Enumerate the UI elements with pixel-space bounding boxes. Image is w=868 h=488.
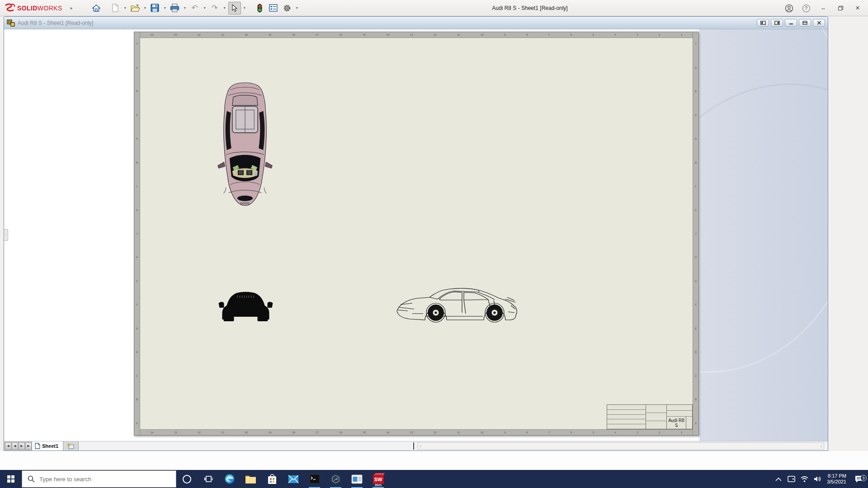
document-close-button[interactable]	[813, 19, 825, 27]
edge-button[interactable]	[219, 470, 240, 488]
document-minimize-button[interactable]	[785, 19, 797, 27]
chevron-up-icon	[775, 477, 782, 481]
file-properties-button[interactable]	[267, 2, 280, 14]
wifi-icon	[800, 476, 809, 483]
solidworks-taskbar-button[interactable]: SW 2021	[368, 470, 389, 488]
select-dropdown-icon[interactable]: ▾	[242, 6, 247, 10]
document-window-controls	[757, 19, 825, 27]
open-dropdown-icon[interactable]: ▾	[142, 6, 148, 10]
select-tool-button[interactable]	[228, 2, 241, 14]
zone-label: N	[136, 137, 138, 140]
window-title: Audi R8 S - Sheet1 [Read-only]	[462, 0, 598, 16]
notification-center-button[interactable]: 3	[850, 475, 868, 483]
tray-expand-button[interactable]	[772, 470, 785, 488]
graphics-viewport[interactable]: ○ 24232221201918171615141312111098765432…	[4, 29, 828, 441]
add-sheet-tab[interactable]	[63, 441, 79, 450]
redo-button[interactable]: ↷	[208, 2, 221, 14]
dock-left-button[interactable]	[757, 19, 769, 27]
zone-band-right: TSRPNMLKJHGFEDCBA	[693, 32, 698, 435]
file-explorer-button[interactable]	[240, 470, 261, 488]
new-dropdown-icon[interactable]: ▾	[123, 6, 128, 10]
zone-label: 23	[174, 431, 177, 434]
next-sheet-button[interactable]: ▶	[19, 442, 25, 450]
redo-dropdown-icon[interactable]: ▾	[222, 6, 227, 10]
zone-label: E	[695, 327, 697, 330]
cortana-button[interactable]	[176, 470, 198, 488]
mail-button[interactable]	[283, 470, 304, 488]
title-block: Audi R8 S	[607, 404, 693, 429]
drawing-view-top[interactable]	[217, 82, 274, 208]
zone-label: E	[136, 327, 138, 330]
zone-label: 8	[526, 33, 528, 36]
document-titlebar[interactable]: Audi R8 S - Sheet1 [Read-only]	[4, 17, 828, 29]
zone-label: 12	[434, 33, 437, 36]
tray-volume-button[interactable]	[811, 470, 824, 488]
file-properties-icon	[269, 4, 278, 12]
tab-sheet1[interactable]: Sheet1	[32, 441, 63, 450]
title-block-middle	[646, 405, 667, 429]
restore-button[interactable]	[834, 2, 847, 14]
taskbar-search[interactable]	[22, 470, 176, 488]
scroll-left-icon[interactable]: ‹	[420, 444, 421, 449]
horizontal-scrollbar[interactable]: ‹ ›	[417, 442, 824, 450]
dock-right-button[interactable]	[771, 19, 783, 27]
help-button[interactable]: ?	[799, 2, 813, 14]
panel-app-button[interactable]	[346, 470, 368, 488]
minimize-button[interactable]: –	[816, 2, 830, 14]
pane-splitter[interactable]	[413, 442, 414, 450]
rebuild-button[interactable]	[254, 2, 266, 14]
drawing-sheet[interactable]: 242322212019181716151413121110987654321 …	[134, 32, 699, 436]
zone-label: 8	[526, 431, 528, 434]
scroll-right-icon[interactable]: ›	[821, 444, 822, 449]
start-button[interactable]	[0, 470, 22, 488]
zone-label: 5	[592, 431, 594, 434]
brand-light: WORKS	[38, 5, 62, 12]
gear-icon	[283, 4, 292, 13]
notification-count-badge: 3	[860, 475, 867, 481]
print-icon	[170, 4, 179, 12]
tray-device-button[interactable]	[785, 470, 798, 488]
search-input[interactable]	[39, 476, 152, 483]
last-sheet-button[interactable]: ▶	[25, 442, 32, 450]
hexagon-app-button[interactable]	[325, 470, 346, 488]
options-dropdown-icon[interactable]: ▾	[294, 6, 300, 10]
first-sheet-button[interactable]: ◀	[5, 442, 11, 450]
open-button[interactable]	[129, 2, 142, 14]
task-view-button[interactable]	[198, 470, 219, 488]
options-button[interactable]	[281, 2, 293, 14]
new-document-button[interactable]	[109, 2, 122, 14]
close-button[interactable]: ×	[851, 2, 864, 14]
zone-label: M	[695, 161, 697, 164]
zone-label: 22	[198, 33, 201, 36]
undo-dropdown-icon[interactable]: ▾	[202, 6, 208, 10]
home-button[interactable]	[90, 2, 103, 14]
command-prompt-button[interactable]	[304, 470, 325, 488]
microsoft-store-icon	[267, 474, 277, 484]
drawing-view-side[interactable]	[394, 284, 521, 327]
search-icon	[28, 475, 35, 483]
print-button[interactable]	[169, 2, 181, 14]
volume-icon	[813, 475, 822, 483]
undo-button[interactable]: ↶	[189, 2, 201, 14]
prev-sheet-button[interactable]: ◀	[12, 442, 18, 450]
tray-network-button[interactable]	[798, 470, 811, 488]
zone-label: 7	[548, 431, 550, 434]
save-button[interactable]	[149, 2, 161, 14]
zone-label: 16	[339, 431, 342, 434]
print-dropdown-icon[interactable]: ▾	[182, 6, 188, 10]
feature-manager-collapsed-tab[interactable]: ○	[4, 229, 8, 241]
help-icon: ?	[802, 5, 810, 12]
document-restore-button[interactable]	[799, 19, 811, 27]
taskbar-clock[interactable]: 8:17 PM 3/5/2021	[824, 473, 850, 485]
drawing-view-front[interactable]	[217, 285, 274, 325]
microsoft-store-button[interactable]	[261, 470, 283, 488]
clock-time: 8:17 PM	[827, 473, 846, 479]
menu-expand-icon[interactable]: ▸	[71, 5, 73, 10]
account-button[interactable]	[782, 2, 796, 14]
title-block-cell	[646, 405, 666, 413]
title-block-cell	[667, 411, 692, 417]
save-dropdown-icon[interactable]: ▾	[162, 6, 168, 10]
status-strip	[0, 451, 868, 470]
zone-label: 21	[221, 33, 224, 36]
zone-label: 6	[571, 33, 572, 36]
